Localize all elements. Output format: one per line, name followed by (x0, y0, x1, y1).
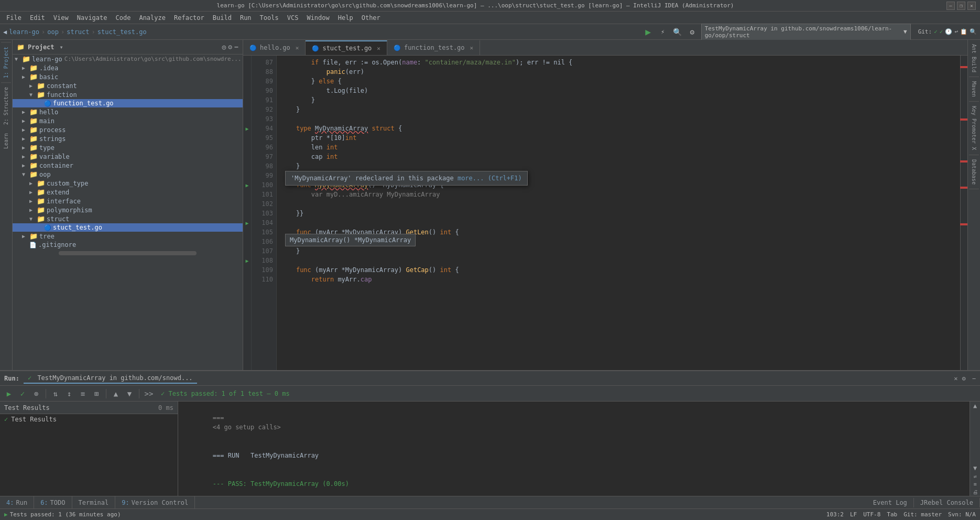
project-tab-icon[interactable]: 1: Project (1, 42, 11, 82)
tab-hello-close[interactable]: ✕ (296, 45, 299, 51)
tab-stuct-test[interactable]: 🔵 stuct_test.go ✕ (306, 40, 387, 55)
tree-item-learn-go[interactable]: ▼ 📁 learn-go C:\Users\Administrator\go\s… (13, 55, 243, 63)
menu-analyze[interactable]: Analyze (135, 13, 170, 23)
btm-tab-run[interactable]: 4: Run (0, 496, 34, 508)
locate-icon[interactable]: ◎ (222, 43, 226, 51)
status-git[interactable]: Git: master (903, 511, 942, 518)
run-import-button[interactable]: ⊞ (91, 388, 102, 399)
key-promoter-tab[interactable]: Key Promoter X (969, 102, 979, 155)
restore-button[interactable]: ❐ (957, 2, 965, 10)
run-settings-icon[interactable]: ⚙ (962, 375, 966, 382)
tab-stuct-close[interactable]: ✕ (377, 45, 380, 52)
menu-window[interactable]: Window (302, 13, 333, 23)
git-push-icon[interactable]: ↩ (954, 28, 958, 35)
tree-item-polymorphism[interactable]: ▶ 📁 polymorphism (13, 205, 243, 214)
run-play-button[interactable]: ▶ (3, 388, 15, 399)
run-close-icon[interactable]: ✕ (954, 375, 957, 382)
structure-tab-icon[interactable]: 2: Structure (1, 82, 11, 129)
nav-icon-1[interactable]: ⚡ (657, 26, 669, 38)
breadcrumb-oop[interactable]: oop (47, 28, 59, 36)
right-gutter[interactable] (960, 56, 967, 370)
autocomplete-popup[interactable]: MyDynamicArray() *MyDynamicArray (285, 234, 416, 246)
btm-tab-todo[interactable]: 6: TODO (34, 496, 72, 508)
git-icon-1[interactable]: 📋 (960, 28, 967, 35)
run-check-button[interactable]: ✓ (17, 388, 28, 399)
status-position[interactable]: 103:2 (826, 511, 844, 518)
run-sort2-button[interactable]: ↕ (63, 388, 75, 399)
menu-vcs[interactable]: VCS (283, 13, 303, 23)
run-active-tab[interactable]: ✓ TestMyDynamicArray in github.com/snowd… (24, 373, 197, 384)
tree-item-variable[interactable]: ▶ 📁 variable (13, 152, 243, 161)
btm-tab-vcs[interactable]: 9: Version Control (115, 496, 195, 508)
breadcrumb-struct[interactable]: struct (67, 28, 89, 36)
tree-item-basic[interactable]: ▶ 📁 basic (13, 72, 243, 81)
ant-build-tab[interactable]: Ant Build (969, 40, 979, 77)
tree-item-stuct-test[interactable]: 🔵 stuct_test.go (13, 223, 243, 232)
run-gutter-109[interactable]: ▶ (243, 256, 251, 265)
scroll-wrap-icon[interactable]: ⇌ (972, 472, 977, 480)
tree-item-strings[interactable]: ▶ 📁 strings (13, 134, 243, 143)
btm-jrebel[interactable]: JRebel Console (914, 498, 980, 507)
nav-back-button[interactable]: ◀ (3, 28, 7, 36)
tooltip-more[interactable]: more... (Ctrl+F1) (458, 175, 522, 182)
btm-event-log[interactable]: Event Log (867, 498, 914, 507)
run-prev-button[interactable]: >> (143, 388, 155, 399)
tree-item-tree[interactable]: ▶ 📁 tree (13, 232, 243, 241)
tree-item-function[interactable]: ▼ 📁 function (13, 90, 243, 99)
tree-item-struct[interactable]: ▼ 📁 struct (13, 214, 243, 223)
status-lf[interactable]: LF (850, 511, 857, 518)
breadcrumb-file[interactable]: stuct_test.go (97, 28, 147, 36)
tree-item-container[interactable]: ▶ 📁 container (13, 161, 243, 170)
code-content[interactable]: if file, err := os.Open(name: "container… (277, 56, 960, 370)
run-gutter-105[interactable]: ▶ (243, 218, 251, 228)
tree-item-idea[interactable]: ▶ 📁 .idea (13, 63, 243, 72)
nav-icon-3[interactable]: ⚙ (687, 26, 698, 38)
close-button[interactable]: ✕ (967, 2, 976, 10)
learn-icon[interactable]: Learn (1, 129, 11, 153)
run-test-icon[interactable]: ▶ (643, 26, 654, 38)
tab-function-test[interactable]: 🔵 function_test.go ✕ (387, 40, 480, 55)
settings-icon[interactable]: ⚙ (228, 43, 232, 51)
menu-refactor[interactable]: Refactor (170, 13, 209, 23)
scroll-align-icon[interactable]: ≡ (972, 480, 977, 488)
tree-item-extend[interactable]: ▶ 📁 extend (13, 188, 243, 197)
tree-item-type[interactable]: ▶ 📁 type (13, 143, 243, 152)
breadcrumb-learn-go[interactable]: learn-go (9, 28, 39, 36)
menu-build[interactable]: Build (209, 13, 236, 23)
git-check-icon[interactable]: ✓ (934, 28, 938, 35)
nav-icon-2[interactable]: 🔍 (672, 26, 683, 38)
menu-code[interactable]: Code (112, 13, 135, 23)
tree-item-oop[interactable]: ▼ 📁 oop (13, 170, 243, 179)
menu-file[interactable]: File (2, 13, 26, 23)
status-charset[interactable]: UTF-8 (863, 511, 880, 518)
git-check2-icon[interactable]: ✓ (940, 28, 943, 35)
tree-item-custom-type[interactable]: ▶ 📁 custom_type (13, 179, 243, 188)
tree-item-interface[interactable]: ▶ 📁 interface (13, 197, 243, 205)
tree-item-constant[interactable]: ▶ 📁 constant (13, 81, 243, 90)
scroll-up-button[interactable]: ▲ (971, 402, 979, 410)
run-down-button[interactable]: ▼ (124, 388, 135, 399)
tree-item-gitignore[interactable]: 📄 .gitignore (13, 241, 243, 249)
menu-edit[interactable]: Edit (26, 13, 49, 23)
test-results-item[interactable]: ✓ Test Results (0, 414, 178, 425)
git-search-icon[interactable]: 🔍 (970, 28, 977, 35)
run-filter-button[interactable]: ≡ (77, 388, 89, 399)
collapse-icon[interactable]: − (234, 43, 238, 51)
run-gutter-100[interactable]: ▶ (243, 180, 251, 190)
run-stop-button[interactable]: ⊗ (30, 388, 42, 399)
scroll-down-button[interactable]: ▼ (971, 464, 979, 472)
menu-tools[interactable]: Tools (256, 13, 283, 23)
tree-item-main[interactable]: ▶ 📁 main (13, 116, 243, 125)
tree-item-function-test[interactable]: 🔵 function_test.go (13, 99, 243, 107)
menu-navigate[interactable]: Navigate (73, 13, 112, 23)
menu-other[interactable]: Other (357, 13, 385, 23)
database-tab[interactable]: Database (969, 155, 979, 189)
run-sort-button[interactable]: ⇅ (50, 388, 61, 399)
test-selector[interactable]: TestMyDynamicArray in github.com/snowdre… (701, 24, 911, 40)
output-panel[interactable]: === <4 go setup calls> === RUN TestMyDyn… (178, 402, 970, 496)
tab-hello-go[interactable]: 🔵 hello.go ✕ (243, 40, 306, 55)
tree-item-process[interactable]: ▶ 📁 process (13, 125, 243, 134)
btm-tab-terminal[interactable]: Terminal (72, 496, 116, 508)
code-editor[interactable]: ▶ ▶ ▶ ▶ 87 88 89 (243, 56, 967, 370)
minimize-button[interactable]: — (946, 2, 955, 10)
